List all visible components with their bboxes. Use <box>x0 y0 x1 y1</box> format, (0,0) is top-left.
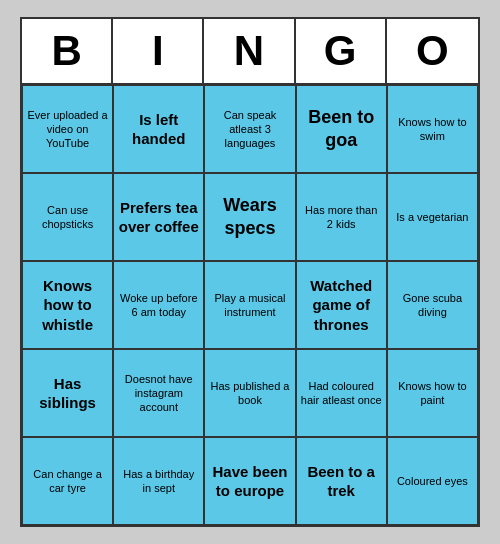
bingo-cell-24[interactable]: Coloured eyes <box>387 437 478 525</box>
bingo-cell-19[interactable]: Knows how to paint <box>387 349 478 437</box>
bingo-cell-12[interactable]: Play a musical instrument <box>204 261 295 349</box>
bingo-cell-13[interactable]: Watched game of thrones <box>296 261 387 349</box>
bingo-cell-18[interactable]: Had coloured hair atleast once <box>296 349 387 437</box>
bingo-cell-3[interactable]: Been to goa <box>296 85 387 173</box>
bingo-grid: Ever uploaded a video on YouTubeIs left … <box>22 85 478 525</box>
bingo-cell-7[interactable]: Wears specs <box>204 173 295 261</box>
bingo-cell-17[interactable]: Has published a book <box>204 349 295 437</box>
bingo-cell-1[interactable]: Is left handed <box>113 85 204 173</box>
bingo-cell-10[interactable]: Knows how to whistle <box>22 261 113 349</box>
bingo-cell-14[interactable]: Gone scuba diving <box>387 261 478 349</box>
bingo-cell-20[interactable]: Can change a car tyre <box>22 437 113 525</box>
bingo-letter-b: B <box>22 19 113 83</box>
bingo-cell-5[interactable]: Can use chopsticks <box>22 173 113 261</box>
bingo-cell-21[interactable]: Has a birthday in sept <box>113 437 204 525</box>
bingo-header: BINGO <box>22 19 478 85</box>
bingo-cell-16[interactable]: Doesnot have instagram account <box>113 349 204 437</box>
bingo-cell-4[interactable]: Knows how to swim <box>387 85 478 173</box>
bingo-letter-i: I <box>113 19 204 83</box>
bingo-letter-n: N <box>204 19 295 83</box>
bingo-card: BINGO Ever uploaded a video on YouTubeIs… <box>20 17 480 527</box>
bingo-cell-22[interactable]: Have been to europe <box>204 437 295 525</box>
bingo-cell-0[interactable]: Ever uploaded a video on YouTube <box>22 85 113 173</box>
bingo-cell-11[interactable]: Woke up before 6 am today <box>113 261 204 349</box>
bingo-letter-o: O <box>387 19 478 83</box>
bingo-cell-6[interactable]: Prefers tea over coffee <box>113 173 204 261</box>
bingo-cell-15[interactable]: Has siblings <box>22 349 113 437</box>
bingo-cell-2[interactable]: Can speak atleast 3 languages <box>204 85 295 173</box>
bingo-letter-g: G <box>296 19 387 83</box>
bingo-cell-9[interactable]: Is a vegetarian <box>387 173 478 261</box>
bingo-cell-23[interactable]: Been to a trek <box>296 437 387 525</box>
bingo-cell-8[interactable]: Has more than 2 kids <box>296 173 387 261</box>
